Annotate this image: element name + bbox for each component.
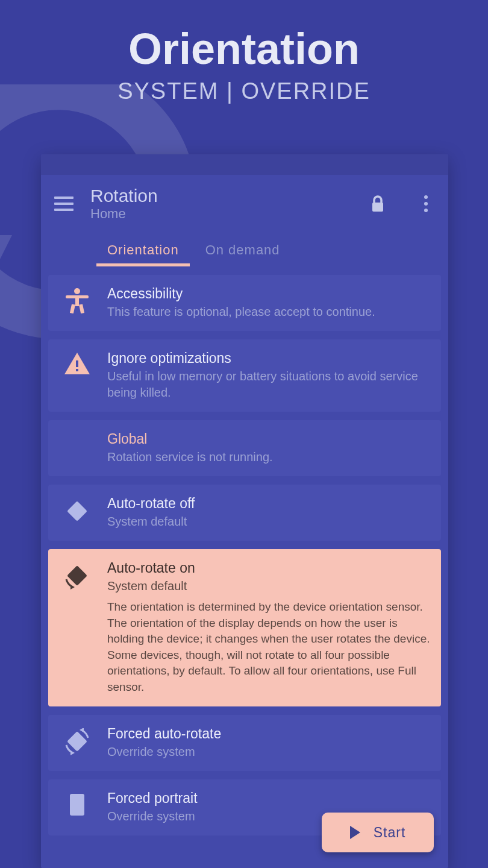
item-desc: Rotation service is not running.	[107, 449, 430, 465]
hero-subtitle: SYSTEM | OVERRIDE	[0, 78, 488, 104]
play-icon	[350, 826, 360, 839]
item-accessibility[interactable]: Accessibility This feature is optional, …	[48, 275, 441, 331]
svg-marker-12	[70, 585, 75, 590]
app-bar: Rotation Home	[41, 175, 448, 227]
item-title: Auto-rotate on	[107, 560, 430, 576]
item-title: Auto-rotate off	[107, 495, 430, 512]
app-title-group: Rotation Home	[90, 186, 353, 222]
tabs: Orientation On demand	[41, 227, 448, 266]
menu-icon[interactable]	[54, 193, 75, 214]
content: Accessibility This feature is optional, …	[41, 266, 448, 844]
item-desc: Override system	[107, 744, 430, 760]
app-title: Rotation	[90, 186, 353, 206]
item-auto-rotate-off[interactable]: Auto-rotate off System default	[48, 485, 441, 541]
overflow-menu-icon[interactable]	[417, 195, 435, 213]
status-bar	[41, 154, 448, 175]
item-title: Forced portrait	[107, 790, 430, 807]
svg-marker-14	[70, 750, 75, 755]
device-rotate-icon	[59, 560, 95, 696]
hero: Orientation SYSTEM | OVERRIDE	[0, 0, 488, 104]
svg-marker-0	[0, 235, 12, 307]
svg-rect-13	[67, 731, 87, 752]
item-title: Forced auto-rotate	[107, 726, 430, 742]
hero-title: Orientation	[0, 24, 488, 74]
empty-icon	[59, 431, 95, 465]
svg-rect-1	[372, 203, 383, 212]
svg-rect-10	[67, 501, 87, 521]
item-title: Accessibility	[107, 286, 430, 302]
app-window: Rotation Home Orientation On demand	[41, 154, 448, 868]
fab-label: Start	[374, 825, 406, 841]
warning-icon	[59, 350, 95, 401]
svg-rect-9	[76, 369, 78, 371]
accessibility-icon	[59, 286, 95, 320]
svg-marker-15	[80, 728, 84, 732]
lock-icon[interactable]	[369, 195, 387, 213]
item-detail: The orientation is determined by the dev…	[107, 599, 430, 696]
device-force-rotate-icon	[59, 726, 95, 760]
item-global[interactable]: Global Rotation service is not running.	[48, 420, 441, 476]
start-button[interactable]: Start	[322, 813, 434, 852]
item-forced-auto-rotate[interactable]: Forced auto-rotate Override system	[48, 715, 441, 771]
tab-on-demand[interactable]: On demand	[205, 242, 280, 266]
svg-rect-6	[79, 304, 84, 313]
item-title: Global	[107, 431, 430, 447]
svg-rect-4	[75, 295, 79, 306]
app-subtitle: Home	[90, 206, 353, 222]
item-auto-rotate-on[interactable]: Auto-rotate on System default The orient…	[48, 549, 441, 706]
tab-orientation[interactable]: Orientation	[107, 242, 179, 266]
svg-rect-11	[67, 565, 87, 586]
svg-point-2	[74, 288, 80, 294]
device-portrait-icon	[59, 790, 95, 825]
svg-rect-16	[70, 794, 84, 816]
svg-rect-5	[70, 304, 75, 313]
device-static-icon	[59, 495, 95, 530]
item-desc: This feature is optional, please accept …	[107, 304, 430, 320]
svg-rect-8	[76, 360, 78, 367]
item-desc: System default	[107, 514, 430, 530]
item-ignore-optimizations[interactable]: Ignore optimizations Useful in low memor…	[48, 339, 441, 412]
item-desc: Useful in low memory or battery situatio…	[107, 368, 430, 401]
item-title: Ignore optimizations	[107, 350, 430, 366]
item-desc: System default	[107, 578, 430, 594]
